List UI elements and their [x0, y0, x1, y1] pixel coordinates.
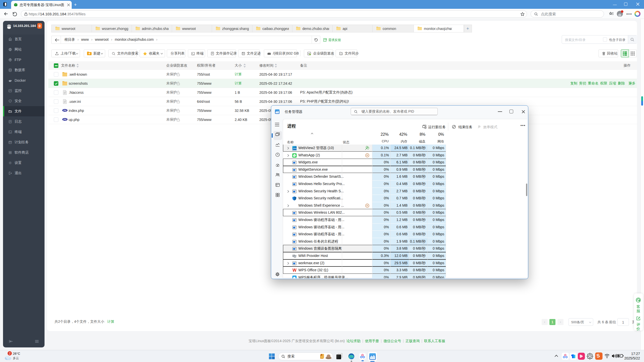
svg-text:php: php — [63, 109, 66, 111]
svg-text:php: php — [63, 118, 66, 120]
